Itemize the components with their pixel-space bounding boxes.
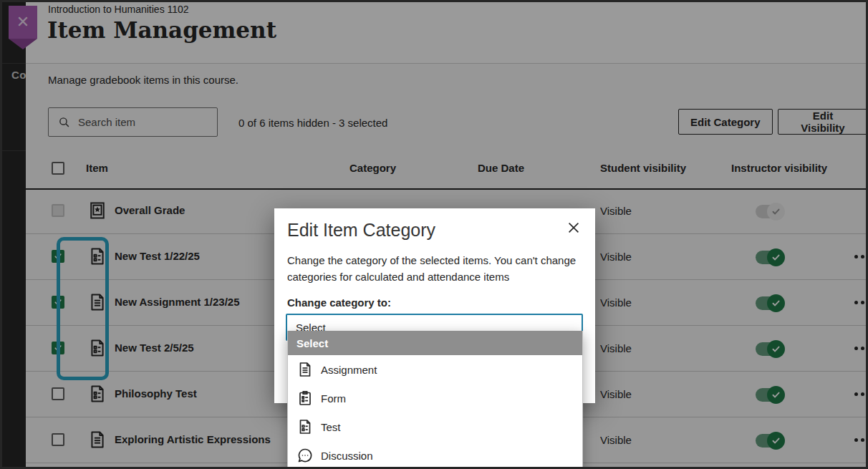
dropdown-option-label: Select — [288, 337, 328, 349]
discussion-icon — [296, 447, 314, 464]
form-icon — [296, 390, 314, 407]
modal-title: Edit Item Category — [287, 220, 435, 241]
assignment-icon — [296, 361, 314, 378]
modal-close-button[interactable] — [562, 217, 585, 240]
dropdown-option-label: Discussion — [314, 450, 373, 462]
dropdown-option-assignment[interactable]: Assignment — [288, 355, 582, 384]
modal-description: Change the category of the selected item… — [287, 253, 577, 285]
dropdown-option-discussion[interactable]: Discussion — [288, 441, 582, 469]
dropdown-option-label: Assignment — [314, 364, 377, 376]
change-category-label: Change category to: — [287, 296, 391, 309]
category-dropdown: SelectAssignmentFormTestDiscussion — [287, 331, 583, 469]
dropdown-option-select[interactable]: Select — [288, 331, 582, 355]
dropdown-option-label: Test — [314, 421, 341, 433]
close-icon — [566, 220, 582, 236]
dropdown-option-form[interactable]: Form — [288, 384, 582, 412]
dropdown-option-test[interactable]: Test — [288, 412, 582, 441]
dropdown-option-label: Form — [314, 392, 346, 405]
test-icon — [296, 418, 314, 435]
